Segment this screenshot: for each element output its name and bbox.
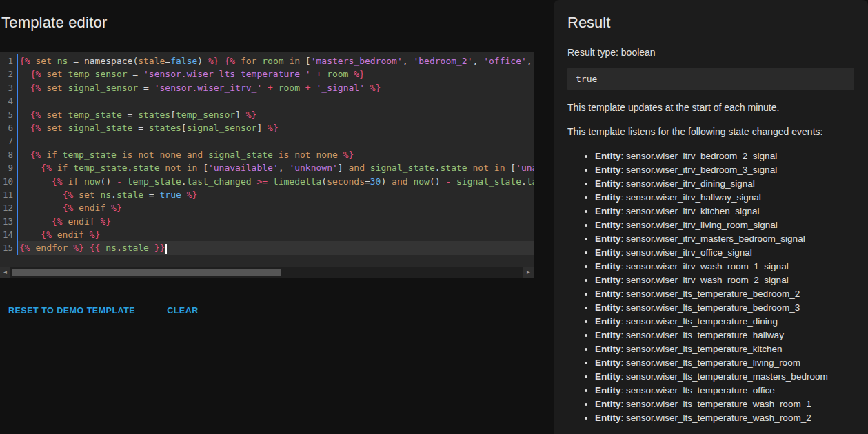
editor-actions: RESET TO DEMO TEMPLATE CLEAR [6, 302, 201, 320]
code-line[interactable]: 5 {% set temp_state = states[temp_sensor… [0, 108, 534, 121]
entity-list-item: Entity: sensor.wiser_lts_temperature_was… [595, 411, 854, 425]
code-line[interactable]: 3 {% set signal_sensor = 'sensor.wiser_i… [0, 81, 534, 94]
line-content: {% endif %} [17, 201, 534, 214]
line-content [17, 134, 534, 147]
text-cursor [165, 244, 167, 254]
entity-list-item: Entity: sensor.wiser_lts_temperature_was… [595, 397, 854, 411]
line-content: {% set signal_sensor = 'sensor.wiser_itr… [17, 81, 534, 94]
line-number: 1 [0, 54, 17, 68]
code-line[interactable]: 13 {% endif %} [0, 215, 534, 228]
scrollbar-track[interactable] [10, 267, 523, 278]
horizontal-scrollbar[interactable]: ◄ ► [0, 267, 534, 278]
entity-list-item: Entity: sensor.wiser_lts_temperature_kit… [595, 342, 854, 356]
entity-list-item: Entity: sensor.wiser_lts_temperature_mas… [595, 370, 854, 384]
line-number: 4 [0, 94, 17, 107]
line-number: 6 [0, 121, 17, 134]
entity-list-item: Entity: sensor.wiser_itrv_living_room_si… [595, 218, 854, 232]
line-number: 15 [0, 241, 17, 254]
code-line-active[interactable]: 15{% endfor %} {{ ns.stale }} [0, 241, 534, 254]
line-content: {% endif %} [17, 228, 534, 241]
code-line[interactable]: 10 {% if now() - temp_state.last_changed… [0, 175, 534, 188]
entity-list: Entity: sensor.wiser_itrv_bedroom_2_sign… [567, 149, 854, 425]
line-content: {% set ns = namespace(stale=false) %} {%… [17, 54, 534, 68]
line-number: 14 [0, 228, 17, 241]
line-number: 10 [0, 175, 17, 188]
line-number: 12 [0, 201, 17, 214]
code-line[interactable]: 14 {% endif %} [0, 228, 534, 241]
entity-list-item: Entity: sensor.wiser_lts_temperature_off… [595, 384, 854, 397]
entity-list-item: Entity: sensor.wiser_itrv_kitchen_signal [595, 205, 854, 218]
line-content: {% if temp_state is not none and signal_… [17, 148, 534, 161]
line-number: 3 [0, 81, 17, 94]
line-content: {% set signal_state = states[signal_sens… [17, 121, 534, 134]
line-content: {% set ns.stale = true %} [17, 188, 534, 201]
clear-button[interactable]: CLEAR [164, 302, 201, 320]
scrollbar-thumb[interactable] [12, 269, 281, 276]
entity-list-item: Entity: sensor.wiser_itrv_masters_bedroo… [595, 232, 854, 246]
line-number: 5 [0, 108, 17, 121]
result-card: Result Result type: boolean true This te… [554, 0, 868, 434]
update-note: This template updates at the start of ea… [567, 101, 854, 114]
result-title: Result [567, 14, 854, 32]
page-title: Template editor [1, 14, 540, 32]
entity-list-item: Entity: sensor.wiser_lts_temperature_hal… [595, 329, 854, 342]
entity-list-item: Entity: sensor.wiser_itrv_wash_room_2_si… [595, 273, 854, 287]
entity-list-item: Entity: sensor.wiser_itrv_bedroom_3_sign… [595, 163, 854, 177]
entity-list-item: Entity: sensor.wiser_lts_temperature_din… [595, 315, 854, 329]
line-content: {% set temp_sensor = 'sensor.wiser_lts_t… [17, 68, 534, 81]
reset-to-demo-template-button[interactable]: RESET TO DEMO TEMPLATE [6, 302, 138, 320]
line-content: {% endfor %} {{ ns.stale }} [17, 241, 534, 254]
code-line[interactable]: 2 {% set temp_sensor = 'sensor.wiser_lts… [0, 68, 534, 81]
entity-list-item: Entity: sensor.wiser_itrv_wash_room_1_si… [595, 260, 854, 273]
code-line[interactable]: 8 {% if temp_state is not none and signa… [0, 148, 534, 161]
result-value: true [567, 68, 854, 90]
entity-list-item: Entity: sensor.wiser_itrv_bedroom_2_sign… [595, 149, 854, 163]
code-line[interactable]: 6 {% set signal_state = states[signal_se… [0, 121, 534, 134]
entity-list-item: Entity: sensor.wiser_lts_temperature_bed… [595, 287, 854, 301]
scroll-right-arrow-icon[interactable]: ► [523, 267, 534, 278]
line-number: 8 [0, 148, 17, 161]
code-editor[interactable]: 1{% set ns = namespace(stale=false) %} {… [0, 52, 534, 278]
line-content: {% if now() - temp_state.last_changed >=… [17, 175, 534, 188]
entity-list-item: Entity: sensor.wiser_itrv_hallway_signal [595, 191, 854, 205]
entity-list-item: Entity: sensor.wiser_lts_temperature_liv… [595, 356, 854, 370]
line-number: 13 [0, 215, 17, 228]
line-number: 2 [0, 68, 17, 81]
code-line[interactable]: 7 [0, 134, 534, 147]
line-content: {% if temp_state.state not in ['unavaila… [17, 161, 534, 174]
result-type-label: Result type: boolean [567, 47, 854, 58]
line-number: 11 [0, 188, 17, 201]
code-line[interactable]: 1{% set ns = namespace(stale=false) %} {… [0, 54, 534, 68]
template-editor-panel: Template editor 1{% set ns = namespace(s… [0, 0, 540, 434]
line-content [17, 94, 534, 107]
line-number: 7 [0, 134, 17, 147]
code-area[interactable]: 1{% set ns = namespace(stale=false) %} {… [0, 52, 534, 267]
entity-list-item: Entity: sensor.wiser_lts_temperature_bed… [595, 301, 854, 315]
entity-list-item: Entity: sensor.wiser_itrv_dining_signal [595, 177, 854, 191]
entity-list-item: Entity: sensor.wiser_itrv_office_signal [595, 246, 854, 260]
code-line[interactable]: 9 {% if temp_state.state not in ['unavai… [0, 161, 534, 174]
line-content: {% endif %} [17, 215, 534, 228]
scroll-left-arrow-icon[interactable]: ◄ [0, 267, 10, 278]
listen-note: This template listens for the following … [567, 125, 854, 138]
line-number: 9 [0, 161, 17, 174]
code-line[interactable]: 11 {% set ns.stale = true %} [0, 188, 534, 201]
code-line[interactable]: 12 {% endif %} [0, 201, 534, 214]
line-content: {% set temp_state = states[temp_sensor] … [17, 108, 534, 121]
code-line[interactable]: 4 [0, 94, 534, 107]
